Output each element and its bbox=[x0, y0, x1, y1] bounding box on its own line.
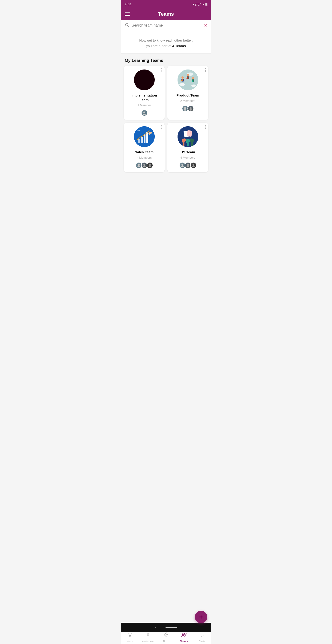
team-member-avatars-implementation bbox=[141, 110, 148, 116]
svg-point-30 bbox=[137, 166, 140, 168]
section-title: My Learning Teams bbox=[121, 54, 211, 66]
page-title: Teams bbox=[158, 11, 174, 17]
nav-label-teams: Teams bbox=[180, 640, 188, 642]
add-team-fab[interactable]: + bbox=[195, 611, 207, 623]
svg-point-18 bbox=[184, 109, 186, 110]
team-name-us: US Team bbox=[180, 150, 195, 154]
svg-point-33 bbox=[149, 164, 151, 166]
android-system-bar: ‹ bbox=[121, 623, 211, 632]
team-card-menu-implementation[interactable] bbox=[162, 68, 162, 72]
team-members-count-implementation: 1 Member bbox=[137, 104, 151, 107]
member-avatar-1 bbox=[141, 110, 148, 116]
search-icon bbox=[125, 23, 129, 28]
team-name-implementation: Implementation Team bbox=[127, 93, 162, 102]
nav-label-leaderboard: Leaderboard bbox=[141, 640, 155, 642]
team-count: 4 Teams bbox=[172, 44, 186, 48]
team-card-product[interactable]: Product Team 2 Members bbox=[167, 66, 208, 120]
svg-point-11 bbox=[187, 74, 189, 76]
status-bar: 9:00 ▾ LTER ▲ ▓ bbox=[121, 0, 211, 8]
search-input[interactable] bbox=[132, 23, 201, 28]
leaderboard-icon bbox=[145, 632, 151, 639]
nav-item-leaderboard[interactable]: Leaderboard bbox=[139, 632, 157, 642]
team-members-count-product: 2 Members bbox=[180, 99, 195, 102]
team-member-avatars-product bbox=[182, 105, 194, 112]
team-name-sales: Sales Team bbox=[135, 150, 154, 154]
team-members-count-us: 4 Members bbox=[180, 156, 195, 159]
battery-icon: ▓ bbox=[205, 3, 207, 6]
nav-item-buzz[interactable]: Buzz bbox=[157, 632, 175, 642]
team-card-implementation[interactable]: Implementation Team 1 Member bbox=[124, 66, 165, 120]
nav-item-home[interactable]: Home bbox=[121, 632, 139, 642]
team-card-menu-product[interactable] bbox=[205, 68, 206, 72]
member-avatar-s3 bbox=[147, 162, 153, 168]
team-members-count-sales: 4 Members bbox=[137, 156, 152, 159]
android-back-button[interactable]: ‹ bbox=[155, 625, 156, 630]
intro-section: Now get to know each other better, you a… bbox=[121, 31, 211, 54]
svg-point-32 bbox=[143, 166, 146, 168]
svg-point-8 bbox=[181, 76, 184, 79]
search-bar: ✕ bbox=[121, 20, 211, 31]
svg-point-2 bbox=[143, 112, 145, 114]
svg-rect-24 bbox=[144, 134, 146, 143]
svg-point-3 bbox=[143, 114, 146, 115]
search-clear-button[interactable]: ✕ bbox=[204, 23, 207, 28]
nav-label-buzz: Buzz bbox=[163, 640, 169, 642]
team-card-menu-sales[interactable] bbox=[162, 125, 162, 129]
team-member-avatars-sales bbox=[136, 162, 153, 168]
member-avatar-p2 bbox=[187, 105, 194, 112]
svg-point-56 bbox=[192, 164, 194, 166]
android-home-indicator[interactable] bbox=[166, 627, 177, 628]
svg-line-1 bbox=[128, 26, 129, 27]
svg-rect-60 bbox=[200, 633, 204, 636]
intro-text: Now get to know each other better, you a… bbox=[126, 38, 206, 49]
nav-label-chats: Chats bbox=[199, 640, 205, 642]
svg-point-31 bbox=[143, 164, 145, 166]
svg-text:CES: CES bbox=[137, 130, 141, 132]
team-avatar-implementation bbox=[134, 70, 155, 90]
signal-icon: ▲ bbox=[202, 3, 204, 6]
svg-point-59 bbox=[184, 633, 186, 635]
svg-point-57 bbox=[192, 166, 195, 168]
svg-rect-22 bbox=[138, 139, 140, 143]
svg-point-20 bbox=[189, 109, 192, 110]
team-member-avatars-us bbox=[179, 162, 197, 168]
team-avatar-us bbox=[177, 126, 198, 147]
team-card-us[interactable]: US Team 4 Members bbox=[167, 122, 208, 172]
team-avatar-sales: CES bbox=[134, 126, 155, 147]
svg-point-58 bbox=[182, 633, 184, 635]
status-time: 9:00 bbox=[125, 2, 131, 6]
status-icons: ▾ LTER ▲ ▓ bbox=[193, 2, 207, 6]
chats-icon bbox=[199, 632, 205, 639]
svg-point-17 bbox=[184, 107, 186, 109]
svg-point-54 bbox=[187, 164, 189, 166]
svg-point-34 bbox=[149, 166, 151, 168]
menu-button[interactable] bbox=[125, 12, 130, 16]
home-icon bbox=[127, 632, 133, 639]
lte-icon: LTER bbox=[195, 2, 201, 6]
buzz-icon bbox=[163, 632, 169, 639]
svg-point-6 bbox=[191, 84, 196, 87]
svg-point-5 bbox=[179, 83, 185, 86]
wifi-icon: ▾ bbox=[193, 3, 194, 6]
teams-icon bbox=[181, 632, 187, 639]
svg-point-4 bbox=[177, 70, 198, 90]
svg-point-55 bbox=[186, 166, 189, 168]
svg-point-14 bbox=[192, 77, 194, 80]
svg-point-19 bbox=[190, 107, 192, 109]
header: Teams bbox=[121, 8, 211, 20]
nav-item-teams[interactable]: Teams bbox=[175, 632, 193, 642]
team-name-product: Product Team bbox=[176, 93, 199, 98]
svg-rect-51 bbox=[191, 141, 193, 146]
team-avatar-product bbox=[177, 70, 198, 90]
nav-label-home: Home bbox=[127, 640, 133, 642]
svg-rect-40 bbox=[187, 130, 192, 137]
svg-rect-49 bbox=[183, 141, 184, 146]
svg-rect-23 bbox=[141, 137, 143, 143]
svg-point-29 bbox=[138, 164, 140, 166]
svg-point-53 bbox=[181, 166, 184, 168]
team-card-sales[interactable]: CES Sales Team 4 Members bbox=[124, 122, 165, 172]
svg-rect-25 bbox=[146, 132, 148, 143]
nav-item-chats[interactable]: Chats bbox=[193, 632, 211, 642]
teams-grid: Implementation Team 1 Member bbox=[121, 66, 211, 177]
team-card-menu-us[interactable] bbox=[205, 125, 206, 129]
